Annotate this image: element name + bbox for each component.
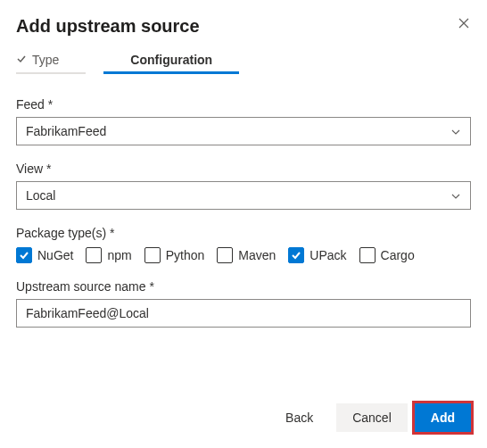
package-types-row: NuGetnpmPythonMavenUPackCargo bbox=[16, 247, 471, 263]
upstream-name-label: Upstream source name * bbox=[16, 279, 471, 294]
checkbox-label: Maven bbox=[238, 248, 276, 262]
checkbox-icon bbox=[86, 247, 102, 263]
package-type-python[interactable]: Python bbox=[144, 247, 205, 263]
checkbox-icon bbox=[359, 247, 376, 263]
package-type-upack[interactable]: UPack bbox=[288, 247, 346, 263]
tab-configuration[interactable]: Configuration bbox=[103, 53, 239, 74]
view-value: Local bbox=[26, 188, 55, 203]
cancel-button[interactable]: Cancel bbox=[336, 403, 408, 432]
chevron-down-icon bbox=[450, 190, 461, 201]
wizard-tabs: Type Configuration bbox=[16, 53, 471, 74]
checkbox-label: NuGet bbox=[37, 248, 73, 262]
checkbox-label: npm bbox=[107, 248, 131, 262]
back-button[interactable]: Back bbox=[269, 403, 329, 432]
package-type-npm[interactable]: npm bbox=[86, 247, 131, 263]
view-label: View * bbox=[16, 162, 471, 176]
checkbox-icon bbox=[16, 247, 32, 263]
close-icon[interactable] bbox=[457, 16, 471, 30]
feed-value: FabrikamFeed bbox=[26, 124, 106, 138]
package-type-maven[interactable]: Maven bbox=[217, 247, 276, 263]
checkbox-icon bbox=[144, 247, 161, 263]
upstream-name-value: FabrikamFeed@Local bbox=[26, 306, 149, 320]
tab-configuration-label: Configuration bbox=[130, 53, 212, 67]
upstream-name-input[interactable]: FabrikamFeed@Local bbox=[16, 299, 471, 328]
add-button[interactable]: Add bbox=[415, 403, 471, 432]
dialog-title: Add upstream source bbox=[16, 16, 200, 37]
view-dropdown[interactable]: Local bbox=[16, 181, 471, 210]
chevron-down-icon bbox=[450, 126, 461, 137]
checkbox-label: Cargo bbox=[381, 248, 415, 262]
tab-type[interactable]: Type bbox=[16, 53, 59, 74]
checkbox-icon bbox=[288, 247, 304, 263]
feed-label: Feed * bbox=[16, 97, 471, 112]
package-type-nuget[interactable]: NuGet bbox=[16, 247, 73, 263]
checkbox-icon bbox=[217, 247, 233, 263]
tab-type-label: Type bbox=[32, 53, 59, 67]
package-type-cargo[interactable]: Cargo bbox=[359, 247, 415, 263]
checkbox-label: UPack bbox=[310, 248, 346, 262]
check-icon bbox=[16, 53, 27, 67]
checkbox-label: Python bbox=[166, 248, 205, 262]
feed-dropdown[interactable]: FabrikamFeed bbox=[16, 117, 471, 145]
package-types-label: Package type(s) * bbox=[16, 226, 471, 240]
